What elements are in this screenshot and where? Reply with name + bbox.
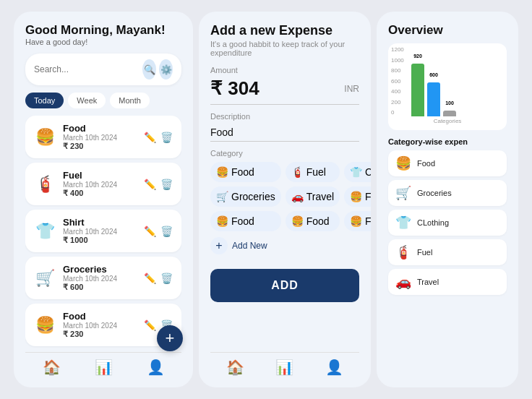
category-chip-food5[interactable]: 🍔 Foo (344, 211, 371, 231)
chart-bar-groceries: 600 (427, 82, 440, 116)
add-new-label: Add New (232, 241, 267, 251)
list-item: 👕 CLothing (388, 210, 507, 236)
delete-icon[interactable]: 🗑️ (160, 132, 173, 143)
nav-profile-icon-mid[interactable]: 👤 (325, 359, 343, 376)
tab-month[interactable]: Month (110, 93, 150, 108)
fuel-emoji-icon: 🧯 (291, 166, 304, 178)
travel-cat-label: Travel (417, 278, 439, 286)
chart-bar-other: 100 (443, 111, 456, 116)
table-row: 🧯 Fuel March 10th 2024 ₹ 400 ✏️ 🗑️ (25, 163, 181, 205)
table-row: 🍔 Food March 10th 2024 ₹ 230 ✏️ 🗑️ (25, 116, 181, 158)
fab-add-button[interactable]: + (157, 325, 183, 351)
edit-icon[interactable]: ✏️ (144, 273, 156, 284)
food3-emoji-icon: 🍔 (216, 215, 228, 227)
nav-chart-icon-mid[interactable]: 📊 (275, 359, 293, 376)
food3-chip-label: Food (231, 215, 254, 227)
description-input[interactable] (210, 124, 359, 142)
amount-section: Amount ₹ 304 INR (210, 66, 359, 105)
clothing-emoji-icon: 👕 (350, 166, 362, 178)
category-chip-travel[interactable]: 🚗 Travel (286, 186, 340, 207)
expense-date: March 10th 2024 (63, 134, 137, 142)
category-chip-clothing[interactable]: 👕 CLo (344, 162, 371, 182)
table-row: 👕 Shirt March 10th 2024 ₹ 1000 ✏️ 🗑️ (25, 210, 181, 252)
filter-icon-btn[interactable]: ⚙️ (159, 59, 173, 80)
delete-icon[interactable]: 🗑️ (160, 273, 173, 284)
list-item: 🍔 Food (388, 150, 507, 176)
fuel-cat-label: Fuel (417, 248, 432, 257)
category-chip-food[interactable]: 🍔 Food (210, 162, 281, 182)
category-wise-title: Category-wise expen (388, 137, 507, 146)
greeting-title: Good Morning, Mayank! (25, 23, 181, 38)
food-emoji-icon: 🍔 (216, 166, 228, 178)
add-circle-icon: + (210, 237, 228, 254)
groceries-emoji-icon: 🛒 (216, 191, 228, 202)
category-chip-fuel[interactable]: 🧯 Fuel (286, 162, 340, 182)
amount-value: ₹ 304 (210, 77, 259, 100)
edit-icon[interactable]: ✏️ (144, 226, 156, 237)
category-chip-groceries[interactable]: 🛒 Groceries (210, 186, 281, 207)
tab-week[interactable]: Week (68, 93, 106, 108)
food2-chip-label: Foo (365, 191, 371, 202)
category-grid: 🍔 Food 🧯 Fuel 👕 CLo 🛒 Groceries 🚗 (210, 162, 359, 231)
groceries-cat-icon: 🛒 (395, 185, 411, 201)
groceries-cat-label: Groceries (417, 189, 452, 197)
list-item: 🚗 Travel (388, 269, 507, 295)
travel-emoji-icon: 🚗 (291, 191, 304, 202)
expense-amount: ₹ 400 (63, 189, 137, 198)
groceries-icon: 🛒 (34, 269, 56, 288)
clothing-cat-label: CLothing (417, 218, 449, 227)
delete-icon[interactable]: 🗑️ (160, 179, 173, 190)
chart-y-labels: 1200 1000 800 600 400 200 0 (391, 46, 404, 116)
list-item: 🛒 Groceries (388, 180, 507, 206)
expense-amount: ₹ 1000 (63, 236, 137, 245)
edit-icon[interactable]: ✏️ (144, 179, 156, 190)
food-cat-icon: 🍔 (395, 155, 411, 171)
food4-chip-label: Food (306, 215, 330, 227)
add-new-category-row[interactable]: + Add New (210, 237, 359, 254)
groceries-chip-label: Groceries (231, 191, 275, 202)
nav-chart-icon[interactable]: 📊 (95, 359, 113, 376)
delete-icon[interactable]: 🗑️ (160, 226, 173, 237)
edit-icon[interactable]: ✏️ (144, 319, 156, 331)
bar-label-food: 920 (413, 53, 422, 59)
expense-name: Food (63, 123, 137, 134)
bottom-nav: 🏠 📊 👤 (25, 352, 181, 376)
expense-amount: ₹ 600 (63, 283, 137, 292)
category-chip-food4[interactable]: 🍔 Food (286, 211, 340, 231)
chart-bar-food: 920 (411, 64, 424, 116)
expense-date: March 10th 2024 (63, 181, 137, 189)
nav-profile-icon[interactable]: 👤 (147, 359, 165, 376)
expense-amount: ₹ 230 (63, 142, 137, 151)
search-icon-btn[interactable]: 🔍 (142, 59, 156, 80)
category-chip-food3[interactable]: 🍔 Food (210, 211, 281, 231)
expense-name: Groceries (63, 264, 137, 275)
add-expense-button[interactable]: ADD (210, 269, 359, 302)
expense-date: March 10th 2024 (63, 322, 137, 330)
chart-bars-group: 920 600 100 (394, 49, 501, 116)
fuel-icon: 🧯 (34, 175, 56, 194)
tab-group: Today Week Month (25, 93, 181, 108)
currency-badge: INR (344, 84, 359, 94)
greeting: Good Morning, Mayank! Have a good day! (25, 23, 181, 46)
nav-home-icon-mid[interactable]: 🏠 (226, 359, 244, 376)
chart-x-label: Categories (394, 118, 501, 124)
category-section: Category 🍔 Food 🧯 Fuel 👕 CLo 🛒 Groceries (210, 149, 359, 254)
expense-list: 🍔 Food March 10th 2024 ₹ 230 ✏️ 🗑️ 🧯 Fue… (25, 116, 181, 352)
food5-chip-label: Foo (365, 215, 371, 227)
expense-name: Fuel (63, 170, 137, 181)
food2-emoji-icon: 🍔 (350, 191, 362, 202)
bar-label-groceries: 600 (429, 72, 438, 77)
food2-icon: 🍔 (34, 316, 56, 335)
edit-icon[interactable]: ✏️ (144, 132, 156, 143)
greeting-subtitle: Have a good day! (25, 38, 181, 46)
search-input[interactable] (34, 64, 142, 74)
bar-label-other: 100 (445, 100, 454, 106)
tab-today[interactable]: Today (25, 93, 64, 108)
category-chip-food2[interactable]: 🍔 Foo (344, 186, 371, 207)
shirt-icon: 👕 (34, 222, 56, 241)
travel-cat-icon: 🚗 (395, 274, 411, 290)
description-label: Description (210, 112, 359, 121)
category-label: Category (210, 149, 359, 158)
expense-date: March 10th 2024 (63, 275, 137, 283)
nav-home-icon[interactable]: 🏠 (43, 359, 61, 376)
